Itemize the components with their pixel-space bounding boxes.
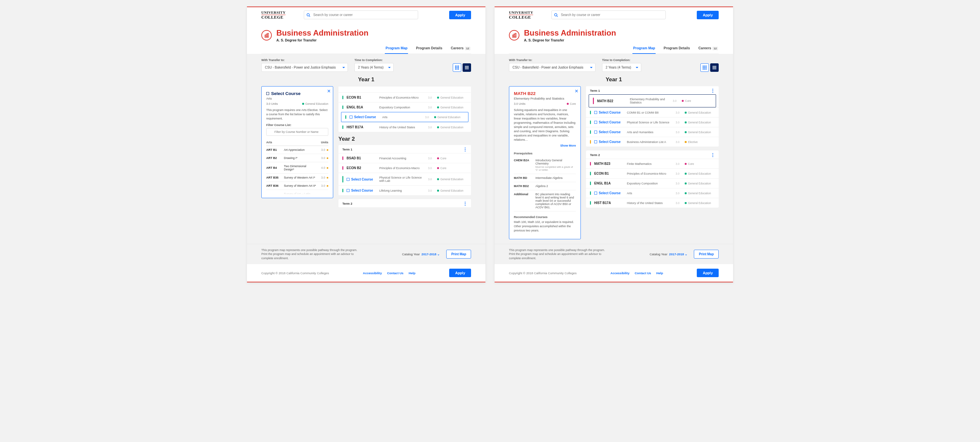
tab-careers[interactable]: Careers12: [698, 43, 719, 54]
filter-label: Filter Course List:: [266, 124, 328, 127]
tab-program-details[interactable]: Program Details: [415, 43, 443, 54]
kebab-icon[interactable]: ⋯: [711, 89, 714, 93]
kebab-icon[interactable]: ⋯: [464, 147, 466, 152]
program-icon: [509, 30, 519, 41]
term-card: Term 2⋯: [339, 199, 471, 207]
svg-rect-6: [457, 66, 458, 67]
link-contact[interactable]: Contact Us: [635, 271, 651, 275]
course-row[interactable]: BSAD B1Financial Accounting3.0Core: [339, 153, 471, 163]
filter-input[interactable]: [266, 128, 328, 136]
transfer-select[interactable]: CSU - Bakersfield - Power and Justice Em…: [509, 63, 595, 72]
catalog-year[interactable]: Catalog Year 2017-2018 ⌄: [650, 252, 687, 256]
transfer-label: With Transfer to:: [261, 59, 348, 62]
course-row[interactable]: MATH B22Elementary Probability and Stati…: [589, 94, 716, 108]
select-course-row[interactable]: Select CourseArts and Humanities3.0Gener…: [586, 127, 719, 137]
svg-rect-19: [512, 35, 514, 37]
logo-bottom: COLLEGE: [261, 15, 283, 20]
kebab-icon[interactable]: ⋯: [464, 201, 466, 206]
link-help[interactable]: Help: [656, 271, 663, 275]
show-more-link[interactable]: Show More: [514, 144, 576, 147]
tab-program-details[interactable]: Program Details: [663, 43, 690, 54]
apply-button-footer[interactable]: Apply: [449, 269, 471, 277]
apply-button[interactable]: Apply: [449, 11, 471, 19]
course-detail-panel: ✕ MATH B22 Elementary Probability and St…: [509, 86, 581, 239]
header: UNIVERSITY COLLEGE Apply: [495, 7, 733, 22]
search-input[interactable]: [551, 10, 666, 19]
kebab-icon[interactable]: ⋯: [711, 153, 714, 157]
time-select[interactable]: 2 Years (4 Terms): [602, 63, 641, 72]
tab-careers[interactable]: Careers12: [450, 43, 471, 54]
panel-req: General Education: [302, 102, 328, 105]
time-select[interactable]: 2 Years (4 Terms): [355, 63, 394, 72]
panel-category: Arts: [266, 97, 328, 100]
link-help[interactable]: Help: [409, 271, 415, 275]
table-row[interactable]: ART B36Survey of Western Art II*3.0: [266, 182, 328, 190]
table-row[interactable]: ART B4Two Dimensional Design*4.0: [266, 162, 328, 174]
year-2-label: Year 2: [339, 136, 471, 142]
tabs: Program Map Program Details Careers12: [509, 43, 719, 54]
print-button[interactable]: Print Map: [694, 250, 719, 258]
search-input[interactable]: [304, 10, 418, 19]
select-course-row[interactable]: Select CourseCOMM B1 or COMM B83.0Genera…: [586, 108, 719, 117]
svg-rect-25: [703, 67, 704, 68]
page-subtitle: A. S. Degree for Transfer: [276, 38, 369, 42]
select-course-row[interactable]: Select CourseArts3.0General Education: [341, 112, 468, 122]
tab-program-map[interactable]: Program Map: [632, 43, 655, 54]
title-bar: Business Administration A. S. Degree for…: [495, 22, 733, 54]
view-list-button[interactable]: [710, 63, 719, 72]
select-course-row[interactable]: Select CourseArts3.0General Education: [586, 188, 719, 198]
view-grid-button[interactable]: [453, 63, 461, 72]
course-row[interactable]: ECON B2Principles of Economics-Macro3.0C…: [339, 163, 471, 173]
panel-title: Select Course: [266, 91, 328, 96]
course-row[interactable]: ECON B1Principles of Economics-Micro3.0G…: [339, 92, 471, 102]
panel-course-code: MATH B22: [514, 91, 576, 96]
table-row[interactable]: ART B2Drawing I*3.0: [266, 154, 328, 162]
tab-program-map[interactable]: Program Map: [385, 43, 408, 54]
term-card: ECON B1Principles of Economics-Micro3.0G…: [339, 86, 471, 132]
prereq-row: MATH BDIntermediate Algebra: [514, 174, 576, 182]
view-grid-button[interactable]: [700, 63, 709, 72]
svg-line-18: [557, 16, 558, 17]
course-row[interactable]: MATH B23Finite Mathematics3.0Core: [586, 158, 719, 168]
close-icon[interactable]: ✕: [327, 89, 331, 94]
course-row[interactable]: [339, 86, 471, 92]
recommended-label: Recommended Courses: [514, 215, 576, 219]
close-icon[interactable]: ✕: [574, 89, 579, 94]
time-label: Time to Completion:: [355, 59, 394, 62]
transfer-select[interactable]: CSU - Bakersfield - Power and Justice Em…: [261, 63, 348, 72]
link-accessibility[interactable]: Accessibility: [611, 271, 630, 275]
program-icon: [261, 30, 272, 41]
course-table: ArtsUnits ART B1Art Appreciation3.0 ART …: [266, 139, 328, 195]
logo: UNIVERSITY COLLEGE: [261, 11, 285, 19]
table-row[interactable]: ART B1Art Appreciation3.0: [266, 146, 328, 154]
chevron-down-icon: ⌄: [685, 252, 687, 256]
tabs: Program Map Program Details Careers12: [261, 43, 471, 54]
screen-select-course: UNIVERSITY COLLEGE Apply Business Admini…: [247, 6, 485, 282]
svg-rect-31: [713, 66, 716, 67]
screen-course-detail: UNIVERSITY COLLEGE Apply Business Admini…: [495, 6, 733, 282]
table-row[interactable]: ART B35Survey of Western Art I*3.0: [266, 174, 328, 182]
course-row[interactable]: HIST B17AHistory of the United States3.0…: [339, 122, 471, 132]
term-label: Term 2: [342, 202, 352, 205]
view-list-button[interactable]: [463, 63, 471, 72]
svg-rect-2: [265, 35, 266, 37]
print-button[interactable]: Print Map: [446, 250, 471, 258]
apply-button[interactable]: Apply: [697, 11, 719, 19]
link-accessibility[interactable]: Accessibility: [363, 271, 382, 275]
course-row[interactable]: ECON B1Principles of Economics-Micro3.0G…: [586, 168, 719, 178]
select-course-row[interactable]: Select CoursePhysical Science or Life Sc…: [339, 173, 471, 185]
table-row[interactable]: ART B37Survey of Art – Latin America*3.0: [266, 190, 328, 195]
year-1-label: Year 1: [509, 76, 719, 83]
select-course-row[interactable]: Select CourseBusiness Administration Lis…: [586, 137, 719, 147]
select-course-row[interactable]: Select CourseLifelong Learning3.0General…: [339, 185, 471, 195]
apply-button-footer[interactable]: Apply: [697, 269, 719, 277]
catalog-year[interactable]: Catalog Year 2017-2018 ⌄: [402, 252, 440, 256]
course-row[interactable]: ENGL B1AExpository Composition3.0General…: [339, 102, 471, 112]
sub-footer: Copyright © 2018 California Community Co…: [495, 264, 733, 282]
select-course-row[interactable]: Select CoursePhysical Science or Life Sc…: [586, 117, 719, 127]
course-row[interactable]: ENGL B1AExpository Composition3.0General…: [586, 178, 719, 188]
panel-description: This program requires one Arts Elective.…: [266, 108, 328, 121]
course-row[interactable]: HIST B17AHistory of the United States3.0…: [586, 198, 719, 208]
link-contact[interactable]: Contact Us: [387, 271, 403, 275]
panel-description: Solving equations and inequalities in on…: [514, 108, 576, 142]
